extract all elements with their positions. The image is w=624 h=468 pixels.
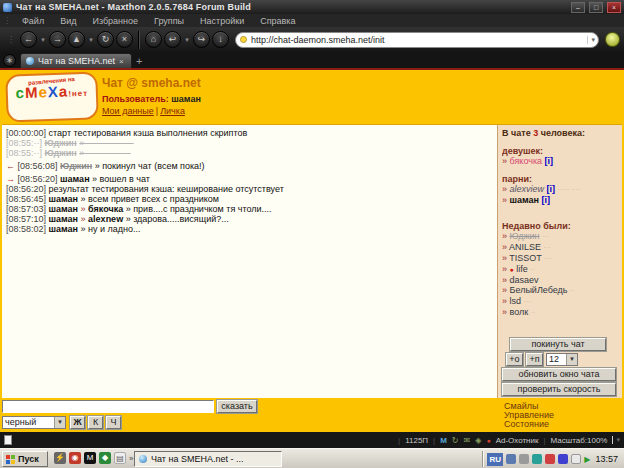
download-button[interactable]: ↓: [212, 31, 229, 48]
recent-user-link[interactable]: ANILSE: [509, 242, 541, 252]
up-button[interactable]: ▲: [68, 31, 85, 48]
text-color-select[interactable]: черный ▼: [2, 416, 66, 429]
proxy-icon[interactable]: ↻: [452, 436, 459, 445]
message-input[interactable]: [2, 400, 214, 413]
user-link-shaman[interactable]: шаман: [510, 195, 540, 205]
tab-label: Чат на SMEHA.net: [38, 56, 115, 66]
menu-help[interactable]: Справка: [252, 16, 303, 26]
quicklaunch-icon-1[interactable]: ⚡: [54, 452, 66, 464]
mail-icon[interactable]: ✉: [464, 436, 471, 445]
quicklaunch-icon-5[interactable]: ▤: [114, 452, 126, 464]
traffic-indicator: 1125П: [405, 436, 428, 445]
logo-letter: Х: [48, 83, 60, 100]
leave-chat-button[interactable]: покинуть чат: [510, 338, 606, 351]
underline-button[interactable]: Ч: [106, 416, 121, 429]
status-separator: |: [543, 436, 545, 445]
quicklaunch-icon-4[interactable]: ◆: [99, 452, 111, 464]
shield-icon[interactable]: ◈: [475, 436, 481, 445]
start-button[interactable]: Пуск: [2, 451, 48, 467]
undo-button[interactable]: ↩: [164, 31, 181, 48]
recent-user-row: » lsd ···: [502, 296, 618, 307]
tray-icon-network[interactable]: [506, 454, 516, 464]
refresh-chat-button[interactable]: обновить окно чата: [502, 368, 616, 381]
check-speed-button[interactable]: проверить скорость: [502, 383, 616, 396]
online-user-row: » шаман [i]: [502, 195, 618, 205]
navigation-toolbar: ⋮ ← ▾ → ▲ ▾ ↻ × ⌂ ↩ ▾ ↪ ↓ http://chat-da…: [0, 27, 624, 52]
recent-user-link[interactable]: Юджин: [510, 231, 540, 241]
private-windows-button[interactable]: +п: [526, 353, 543, 366]
select-caret-icon[interactable]: ▼: [54, 417, 65, 428]
italic-button[interactable]: К: [88, 416, 103, 429]
undo-dropdown[interactable]: ▾: [183, 36, 191, 44]
private-messages-link[interactable]: Личка: [160, 106, 185, 116]
new-tab-button[interactable]: +: [136, 54, 142, 68]
open-windows-button[interactable]: +о: [506, 353, 523, 366]
menu-settings[interactable]: Настройки: [192, 16, 252, 26]
zoom-caret-icon[interactable]: ▾: [612, 436, 620, 444]
quicklaunch-overflow-icon[interactable]: »: [129, 454, 133, 463]
refresh-button[interactable]: ↻: [97, 31, 114, 48]
stop-button[interactable]: ×: [116, 31, 133, 48]
users-panel: В чате 3 человека: девушек: » бякочка [i…: [497, 124, 622, 398]
chat-text: » всем привет всех с праздником: [81, 194, 219, 204]
redo-button[interactable]: ↪: [193, 31, 210, 48]
font-size-select[interactable]: 12 ▼: [546, 353, 578, 366]
recent-user-link[interactable]: dasaev: [510, 275, 539, 285]
chat-user: шаман: [49, 194, 79, 204]
favorites-button[interactable]: ∗: [3, 54, 16, 67]
user-link-byakochka[interactable]: бякочка: [510, 156, 543, 166]
language-indicator[interactable]: RU: [487, 453, 503, 466]
recent-user-link[interactable]: lsd: [510, 296, 522, 306]
back-button[interactable]: ←: [20, 31, 37, 48]
recent-user-link[interactable]: волк: [510, 307, 529, 317]
say-button[interactable]: сказать: [217, 400, 257, 413]
user-info-link[interactable]: [i]: [547, 184, 556, 194]
user-link-alexview[interactable]: alexview: [510, 184, 545, 194]
close-button[interactable]: ×: [607, 2, 621, 13]
recent-user-row: » Юджин ···: [502, 231, 618, 242]
user-info-link[interactable]: [i]: [542, 195, 551, 205]
tab-close-icon[interactable]: ×: [119, 57, 124, 66]
minimize-button[interactable]: –: [571, 2, 585, 13]
user-bullet-icon: »: [502, 285, 507, 295]
back-history-dropdown[interactable]: ▾: [39, 36, 47, 44]
address-url[interactable]: http://chat-daemon.smeha.net/init: [251, 35, 583, 45]
tray-icon-safely-remove[interactable]: [571, 454, 581, 464]
up-dropdown[interactable]: ▾: [87, 36, 95, 44]
select-caret-icon[interactable]: ▼: [566, 354, 577, 365]
menu-favorites[interactable]: Избранное: [84, 16, 146, 26]
tab-chat-smeha[interactable]: Чат на SMEHA.net ×: [20, 53, 132, 68]
chat-text: » ····· ···· ····: [79, 148, 130, 158]
recent-user-link[interactable]: БелыйЛебедь: [510, 285, 568, 295]
chat-text: » вошел в чат: [92, 174, 150, 184]
zoom-level[interactable]: Масштаб:100%: [551, 436, 608, 445]
recent-user-link[interactable]: life: [516, 264, 528, 274]
menu-file[interactable]: Файл: [14, 16, 52, 26]
online-count: 3: [533, 128, 538, 138]
maximize-button[interactable]: □: [589, 2, 603, 13]
quicklaunch-icon-3[interactable]: M: [84, 452, 96, 464]
chat-line: [00:00:00] старт тестирования кэша выпол…: [6, 128, 493, 138]
forward-button[interactable]: →: [49, 31, 66, 48]
tray-icon-update[interactable]: [558, 454, 568, 464]
address-bar[interactable]: http://chat-daemon.smeha.net/init ▾: [235, 32, 599, 48]
tray-icon-volume[interactable]: [519, 454, 529, 464]
bold-button[interactable]: Ж: [70, 416, 85, 429]
quicklaunch-icon-2[interactable]: ◉: [69, 452, 81, 464]
adhunter-label[interactable]: Ad-Охотник: [496, 436, 539, 445]
my-data-link[interactable]: Мои данные: [102, 106, 154, 116]
recent-note: ··: [530, 266, 535, 273]
home-button[interactable]: ⌂: [145, 31, 162, 48]
menu-groups[interactable]: Группы: [146, 16, 192, 26]
go-button[interactable]: [605, 32, 620, 47]
task-button-chat[interactable]: Чат на SMEHA.net - ...: [134, 451, 282, 467]
player-icon[interactable]: ▶: [584, 455, 590, 464]
recent-user-link[interactable]: TISSOT: [509, 253, 541, 263]
tray-icon-messenger[interactable]: [532, 454, 542, 464]
state-link[interactable]: Состояние: [504, 420, 549, 429]
user-info-link[interactable]: [i]: [545, 156, 554, 166]
tray-icon-antivirus[interactable]: [545, 454, 555, 464]
menu-view[interactable]: Вид: [52, 16, 84, 26]
chat-timestamp: [08:57:10]: [6, 214, 46, 224]
address-dropdown-icon[interactable]: ▾: [587, 36, 595, 44]
